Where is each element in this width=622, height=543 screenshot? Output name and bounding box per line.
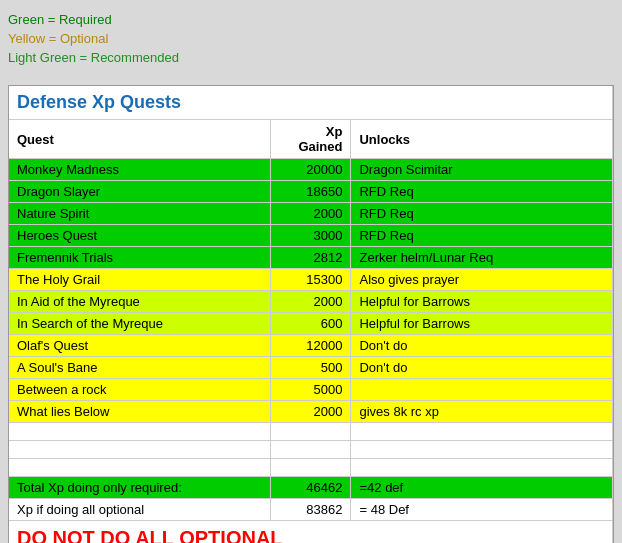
table-row: Dragon Slayer 18650 RFD Req [9, 181, 613, 203]
cell-unlocks: Don't do [351, 357, 613, 379]
cell-xp: 20000 [271, 159, 351, 181]
do-not-text: DO NOT DO ALL OPTIONAL [17, 527, 283, 543]
cell-xp: 2000 [271, 203, 351, 225]
legend-green: Green = Required [8, 12, 614, 27]
total-xp: 83862 [271, 499, 351, 521]
cell-unlocks: Don't do [351, 335, 613, 357]
total-unlocks: =42 def [351, 477, 613, 499]
table-row: Olaf's Quest 12000 Don't do [9, 335, 613, 357]
table-row: The Holy Grail 15300 Also gives prayer [9, 269, 613, 291]
cell-quest: The Holy Grail [9, 269, 271, 291]
main-table-container: Defense Xp Quests Quest Xp Gained Unlock… [8, 85, 614, 543]
legend-yellow-text: Yellow = Optional [8, 31, 108, 46]
cell-quest: Dragon Slayer [9, 181, 271, 203]
table-row: Nature Spirit 2000 RFD Req [9, 203, 613, 225]
total-label: Xp if doing all optional [9, 499, 271, 521]
defense-xp-table: Defense Xp Quests Quest Xp Gained Unlock… [9, 86, 613, 543]
cell-xp: 600 [271, 313, 351, 335]
cell-quest: Heroes Quest [9, 225, 271, 247]
cell-unlocks: gives 8k rc xp [351, 401, 613, 423]
cell-xp: 12000 [271, 335, 351, 357]
cell-quest: In Search of the Myreque [9, 313, 271, 335]
cell-unlocks: RFD Req [351, 181, 613, 203]
cell-quest: Fremennik Trials [9, 247, 271, 269]
empty-row-2 [9, 441, 613, 459]
cell-xp: 2812 [271, 247, 351, 269]
table-row: Between a rock 5000 [9, 379, 613, 401]
table-row: In Search of the Myreque 600 Helpful for… [9, 313, 613, 335]
empty-row-1 [9, 423, 613, 441]
do-not-row: DO NOT DO ALL OPTIONAL [9, 521, 613, 544]
total-row: Total Xp doing only required: 46462 =42 … [9, 477, 613, 499]
cell-unlocks: Also gives prayer [351, 269, 613, 291]
cell-unlocks [351, 379, 613, 401]
table-header-row: Quest Xp Gained Unlocks [9, 120, 613, 159]
header-unlocks: Unlocks [351, 120, 613, 159]
header-quest: Quest [9, 120, 271, 159]
total-label: Total Xp doing only required: [9, 477, 271, 499]
legend-green-text: Green = Required [8, 12, 112, 27]
cell-xp: 15300 [271, 269, 351, 291]
cell-xp: 18650 [271, 181, 351, 203]
legend-lightgreen-text: Light Green = Recommended [8, 50, 179, 65]
table-row: Monkey Madness 20000 Dragon Scimitar [9, 159, 613, 181]
header-xp: Xp Gained [271, 120, 351, 159]
legend-container: Green = Required Yellow = Optional Light… [8, 8, 614, 73]
cell-unlocks: Dragon Scimitar [351, 159, 613, 181]
total-row: Xp if doing all optional 83862 = 48 Def [9, 499, 613, 521]
cell-quest: Olaf's Quest [9, 335, 271, 357]
table-row: In Aid of the Myreque 2000 Helpful for B… [9, 291, 613, 313]
total-xp: 46462 [271, 477, 351, 499]
cell-quest: Nature Spirit [9, 203, 271, 225]
table-title-row: Defense Xp Quests [9, 86, 613, 120]
cell-quest: A Soul's Bane [9, 357, 271, 379]
table-row: Fremennik Trials 2812 Zerker helm/Lunar … [9, 247, 613, 269]
cell-unlocks: Helpful for Barrows [351, 291, 613, 313]
cell-xp: 500 [271, 357, 351, 379]
table-title: Defense Xp Quests [9, 86, 613, 120]
table-row: A Soul's Bane 500 Don't do [9, 357, 613, 379]
total-unlocks: = 48 Def [351, 499, 613, 521]
cell-quest: Between a rock [9, 379, 271, 401]
cell-xp: 3000 [271, 225, 351, 247]
cell-unlocks: RFD Req [351, 225, 613, 247]
table-row: Heroes Quest 3000 RFD Req [9, 225, 613, 247]
cell-xp: 5000 [271, 379, 351, 401]
table-row: What lies Below 2000 gives 8k rc xp [9, 401, 613, 423]
legend-lightgreen: Light Green = Recommended [8, 50, 614, 65]
legend-yellow: Yellow = Optional [8, 31, 614, 46]
cell-quest: In Aid of the Myreque [9, 291, 271, 313]
cell-unlocks: Zerker helm/Lunar Req [351, 247, 613, 269]
cell-quest: What lies Below [9, 401, 271, 423]
empty-row-3 [9, 459, 613, 477]
cell-unlocks: RFD Req [351, 203, 613, 225]
cell-xp: 2000 [271, 291, 351, 313]
cell-quest: Monkey Madness [9, 159, 271, 181]
cell-unlocks: Helpful for Barrows [351, 313, 613, 335]
cell-xp: 2000 [271, 401, 351, 423]
